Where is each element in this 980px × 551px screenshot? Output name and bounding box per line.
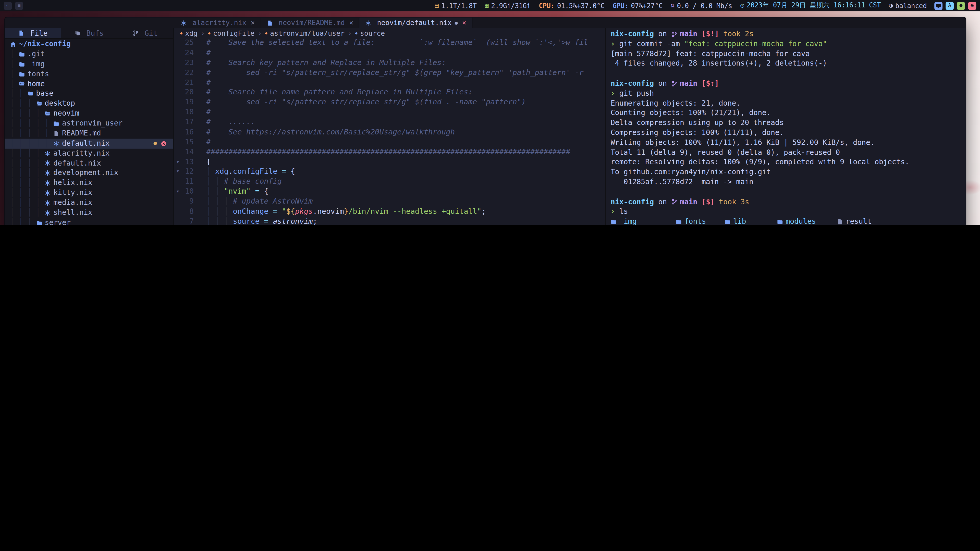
token: # Search file name pattern and Replace i…: [206, 88, 473, 97]
tree-item-server[interactable]: │ │ │ server: [5, 218, 173, 225]
tree-item-helix.nix[interactable]: │ │ │ │ helix.nix: [5, 178, 173, 188]
indent-guides: │ │ │: [10, 99, 36, 109]
fold-indicator[interactable]: ▾: [174, 187, 182, 197]
line-number: 19: [182, 98, 197, 108]
tree-item-label: ~/nix-config: [19, 39, 70, 49]
editor-lines: 25# Save the selected text to a file: `:…: [174, 38, 605, 225]
code-text: # See https://astronvim.com/Basic%20Usag…: [206, 127, 605, 137]
token: nix-config: [611, 79, 654, 89]
neotree-tab-git[interactable]: Git: [117, 28, 173, 38]
folder-icon: [724, 219, 730, 225]
ls-entry: result: [837, 217, 872, 225]
tree-item-neovim[interactable]: │ │ │ │ neovim: [5, 109, 173, 119]
editor-line: 23# Search key pattern and Replace in Mu…: [174, 58, 605, 68]
desktop: ›_▤ ▤1.1T/1.8T▦2.9Gi/31GiCPU:01.5%+37.0°…: [0, 0, 980, 225]
topbar-stats: ▤1.1T/1.8T▦2.9Gi/31GiCPU:01.5%+37.0°CGPU…: [435, 1, 927, 10]
code-text: # ......: [206, 118, 605, 127]
tree-item-astronvim_user[interactable]: │ │ │ │ │ astronvim_user: [5, 119, 173, 129]
token: git commit -am: [619, 39, 684, 49]
tree-item-default.nix[interactable]: │ │ │ │ default.nix: [5, 159, 173, 168]
buffer-tab[interactable]: neovim/README.md×: [261, 17, 360, 28]
tree-item-README.md[interactable]: │ │ │ │ │ README.md: [5, 129, 173, 138]
token: ;: [482, 206, 486, 215]
file-explorer: FileBufsGit ~/nix-config│ .git│ _img│ fo…: [5, 28, 174, 225]
doc-icon: [18, 30, 24, 36]
tree-item-alacritty.nix[interactable]: │ │ │ │ alacritty.nix: [5, 148, 173, 159]
tree-item-_img[interactable]: │ _img: [5, 59, 173, 69]
disk-icon: ▤: [435, 3, 439, 9]
fold-indicator[interactable]: ▾: [174, 157, 182, 167]
folder-open-icon: [36, 101, 42, 107]
ls-output-row: _imgfontslibmodulesresult: [611, 217, 966, 225]
editor-pane[interactable]: ◆xdg›◆configFile›◆astronvim/lua/user›◆so…: [174, 28, 605, 225]
neotree-tab-file[interactable]: File: [5, 28, 61, 38]
terminal-line: Delta compression using up to 20 threads: [611, 118, 966, 128]
buffer-tab[interactable]: alacritty.nix×: [175, 17, 261, 28]
display-settings-icon[interactable]: [934, 2, 942, 10]
editor-line: ▾10│ │ "nvim" = {: [174, 187, 605, 197]
chevron-right-icon: ›: [258, 29, 262, 37]
volume-icon[interactable]: ●: [957, 2, 965, 10]
stat-value: 2.9Gi/31Gi: [491, 2, 531, 9]
tree-item-kitty.nix[interactable]: │ │ │ │ kitty.nix: [5, 188, 173, 198]
editor-line: 11│ │ # base config: [174, 177, 605, 187]
symbol-kind-icon: ◆: [355, 30, 358, 36]
tree-item-fonts[interactable]: │ fonts: [5, 69, 173, 79]
close-icon[interactable]: ×: [349, 19, 353, 27]
breadcrumb-item[interactable]: ◆source: [355, 29, 385, 37]
token: Delta compression using up to 20 threads: [611, 118, 784, 128]
editor-line: 17# ......: [174, 118, 605, 127]
fold-indicator: [174, 206, 182, 217]
sign-column: [197, 147, 206, 157]
line-number: 25: [182, 38, 197, 48]
tree-item-media.nix[interactable]: │ │ │ │ media.nix: [5, 198, 173, 208]
token: {: [259, 187, 269, 196]
stat-value: 2023年 07月 29日 星期六 16:16:11 CST: [747, 1, 881, 10]
tree-item-base[interactable]: │ │ base: [5, 89, 173, 99]
token: nix-config: [611, 29, 654, 39]
indent-guides: │ │ │ │ │: [10, 129, 53, 138]
breadcrumb-item[interactable]: ◆astronvim/lua/user: [265, 29, 345, 37]
alacritty-taskbar-icon[interactable]: ›_: [4, 2, 12, 10]
editor-line: 15#: [174, 137, 605, 147]
tree-item-development.nix[interactable]: │ │ │ │ development.nix: [5, 168, 173, 178]
terminal-pane[interactable]: nix-config on main [$!] took 2s› git com…: [605, 28, 966, 225]
files-taskbar-icon[interactable]: ▤: [15, 2, 23, 10]
fold-indicator[interactable]: ▾: [174, 167, 182, 177]
file-name: lib: [733, 217, 746, 225]
tree-item-.git[interactable]: │ .git: [5, 49, 173, 59]
layers-icon: [75, 30, 81, 36]
token: xdg: [215, 167, 228, 176]
power-icon[interactable]: ◉: [968, 2, 976, 10]
breadcrumb-label: xdg: [185, 29, 197, 37]
sign-column: [197, 177, 206, 187]
neotree-tab-bufs[interactable]: Bufs: [61, 28, 117, 38]
tree-item-default.nix[interactable]: │ │ │ │ │ default.nix●: [5, 138, 173, 148]
editor-line: ▾12│ xdg.configFile = {: [174, 167, 605, 177]
tree-item-shell.nix[interactable]: │ │ │ │ shell.nix: [5, 208, 173, 218]
stat-value: 1.1T/1.8T: [441, 2, 477, 9]
fold-indicator: [174, 118, 182, 127]
code-text: # Save the selected text to a file: `:w …: [206, 38, 605, 48]
token: # sed -ri "s/pattern_str/replace_str/g" …: [206, 98, 526, 106]
token: on: [654, 197, 671, 207]
fold-indicator: [174, 108, 182, 118]
nix-icon: [45, 200, 51, 206]
close-icon[interactable]: ×: [462, 19, 466, 27]
tree-item-home[interactable]: │ home: [5, 79, 173, 89]
editor-line: 16# See https://astronvim.com/Basic%20Us…: [174, 127, 605, 137]
breadcrumb-item[interactable]: ◆xdg: [180, 29, 197, 37]
stat-gpu: GPU:07%+27°C: [613, 2, 663, 9]
terminal-line: [main 5778d72] feat: catppuccin-mocha fo…: [611, 49, 966, 59]
editor-line: 9│ │ │ # update AstroNvim: [174, 197, 605, 206]
folder-open-icon: [27, 91, 33, 97]
input-method-icon[interactable]: A: [945, 2, 954, 10]
breadcrumb-item[interactable]: ◆configFile: [208, 29, 255, 37]
buffer-tab[interactable]: neovim/default.nix●×: [360, 17, 473, 28]
close-icon[interactable]: ×: [251, 19, 255, 27]
tree-item-label: kitty.nix: [53, 188, 92, 198]
tree-item-~/nix-config[interactable]: ~/nix-config: [5, 39, 173, 49]
tree-item-desktop[interactable]: │ │ │ desktop: [5, 99, 173, 109]
tree-item-label: development.nix: [53, 168, 118, 178]
token: To github.com:ryan4yin/nix-config.git: [611, 168, 771, 178]
